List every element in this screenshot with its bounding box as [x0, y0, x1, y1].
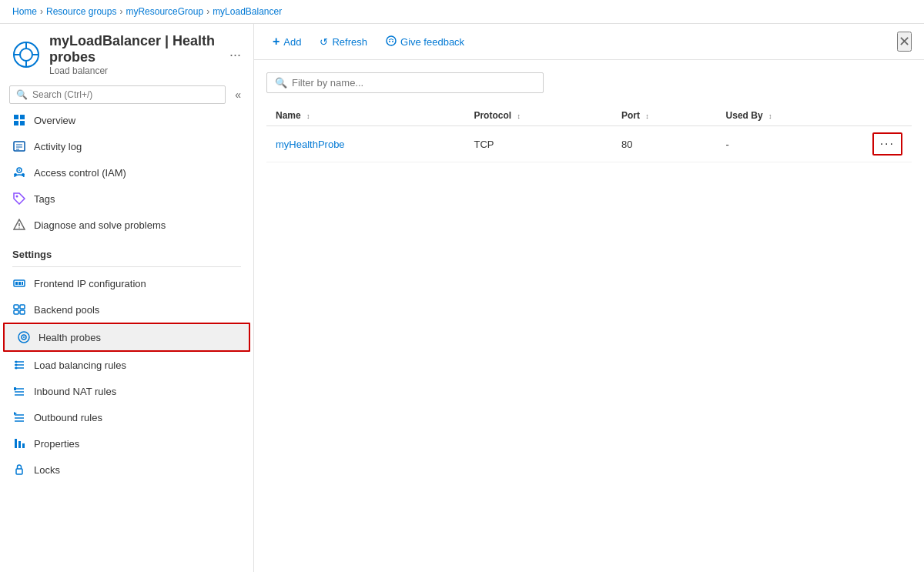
properties-icon: [12, 437, 26, 450]
svg-rect-47: [18, 441, 21, 448]
svg-point-35: [15, 361, 18, 363]
page-title: myLoadBalancer | Health probes: [49, 33, 220, 65]
sidebar-item-health-probes-container[interactable]: Health probes: [3, 323, 250, 352]
more-options-button[interactable]: ···: [229, 47, 241, 63]
frontend-ip-icon: [12, 276, 26, 290]
filter-input[interactable]: [292, 77, 535, 89]
sidebar-item-access-control-label: Access control (IAM): [34, 167, 126, 179]
sidebar-item-properties-label: Properties: [34, 438, 79, 450]
sidebar-item-lb-rules[interactable]: Load balancing rules: [0, 352, 253, 378]
col-name-label: Name: [276, 110, 301, 121]
svg-rect-48: [22, 443, 25, 448]
col-actions: [863, 105, 912, 126]
sidebar-item-overview-label: Overview: [34, 115, 75, 126]
sidebar-item-outbound-rules-label: Outbound rules: [34, 412, 102, 423]
add-icon: +: [273, 35, 280, 49]
col-protocol[interactable]: Protocol ↕: [464, 105, 612, 126]
sidebar-item-activity-log-label: Activity log: [34, 141, 82, 152]
svg-rect-24: [22, 282, 23, 285]
sidebar-item-outbound-rules[interactable]: Outbound rules: [0, 404, 253, 430]
content-body: 🔍 Name ↕ Protocol ↕: [254, 60, 924, 572]
collapse-button[interactable]: «: [229, 85, 247, 104]
content-toolbar: + Add ↺ Refresh Give feedback ✕: [254, 24, 924, 60]
sidebar-item-backend-pools-label: Backend pools: [34, 304, 99, 316]
svg-point-37: [15, 367, 18, 370]
search-input[interactable]: [32, 89, 219, 100]
lb-rules-icon: [12, 358, 26, 372]
svg-point-1: [20, 49, 32, 61]
refresh-button[interactable]: ↺ Refresh: [313, 33, 373, 51]
cell-protocol: TCP: [464, 126, 612, 162]
col-port-label: Port: [621, 110, 640, 121]
breadcrumb: Home › Resource groups › myResourceGroup…: [0, 0, 924, 23]
sidebar-item-frontend-ip[interactable]: Frontend IP configuration: [0, 270, 253, 296]
add-label: Add: [283, 36, 301, 48]
settings-divider: [12, 266, 241, 267]
backend-pools-icon: [12, 303, 26, 316]
page-subtitle: Load balancer: [49, 65, 220, 76]
breadcrumb-home[interactable]: Home: [12, 6, 37, 17]
add-button[interactable]: + Add: [266, 32, 307, 52]
col-used-by[interactable]: Used By ↕: [717, 105, 863, 126]
sidebar-item-backend-pools[interactable]: Backend pools: [0, 296, 253, 323]
svg-point-50: [387, 36, 396, 45]
sidebar-item-health-probes[interactable]: Health probes: [5, 324, 249, 350]
search-row: 🔍 «: [0, 82, 253, 107]
cell-used-by: -: [717, 126, 863, 162]
col-port-sort[interactable]: ↕: [645, 112, 649, 120]
svg-rect-8: [14, 121, 18, 125]
col-used-by-sort[interactable]: ↕: [768, 112, 772, 120]
sidebar-nav: Overview Activity log: [0, 107, 253, 572]
col-name-sort[interactable]: ↕: [306, 112, 310, 120]
col-protocol-sort[interactable]: ↕: [517, 112, 521, 120]
settings-section-label: Settings: [0, 238, 253, 263]
table-row: myHealthProbe TCP 80 - ···: [266, 126, 912, 162]
sidebar-item-locks[interactable]: Locks: [0, 457, 253, 483]
diagnose-icon: [12, 218, 26, 232]
breadcrumb-load-balancer[interactable]: myLoadBalancer: [213, 6, 282, 17]
activity-log-icon: [12, 139, 26, 153]
refresh-label: Refresh: [332, 36, 367, 48]
svg-point-52: [392, 41, 393, 42]
sidebar-item-diagnose-label: Diagnose and solve problems: [34, 219, 166, 231]
access-control-icon: [12, 166, 26, 179]
sidebar-header: myLoadBalancer | Health probes Load bala…: [0, 24, 253, 82]
sidebar-item-tags-label: Tags: [34, 193, 55, 205]
sidebar-item-diagnose[interactable]: Diagnose and solve problems: [0, 212, 253, 238]
sidebar-item-properties[interactable]: Properties: [0, 430, 253, 457]
sidebar: myLoadBalancer | Health probes Load bala…: [0, 24, 254, 572]
locks-icon: [12, 463, 26, 477]
sidebar-item-lb-rules-label: Load balancing rules: [34, 360, 126, 371]
breadcrumb-resource-groups[interactable]: Resource groups: [46, 6, 116, 17]
feedback-button[interactable]: Give feedback: [380, 32, 470, 52]
sidebar-item-tags[interactable]: Tags: [0, 186, 253, 212]
col-protocol-label: Protocol: [474, 110, 511, 121]
feedback-icon: [386, 35, 397, 49]
content-area: + Add ↺ Refresh Give feedback ✕: [254, 24, 924, 572]
breadcrumb-resource-group[interactable]: myResourceGroup: [126, 6, 203, 17]
load-balancer-icon: [12, 41, 40, 69]
filter-box[interactable]: 🔍: [266, 72, 544, 93]
svg-rect-28: [20, 310, 25, 314]
svg-point-31: [23, 336, 25, 338]
sidebar-item-inbound-nat[interactable]: Inbound NAT rules: [0, 378, 253, 404]
col-port[interactable]: Port ↕: [612, 105, 717, 126]
sidebar-item-overview[interactable]: Overview: [0, 107, 253, 133]
health-probe-link[interactable]: myHealthProbe: [276, 139, 345, 150]
svg-rect-46: [15, 439, 17, 448]
close-button[interactable]: ✕: [897, 32, 912, 52]
svg-rect-26: [20, 305, 25, 309]
svg-rect-25: [14, 305, 18, 309]
svg-rect-7: [20, 115, 25, 119]
svg-rect-41: [14, 387, 16, 390]
col-name[interactable]: Name ↕: [266, 105, 464, 126]
svg-point-51: [389, 41, 390, 42]
row-more-button[interactable]: ···: [872, 132, 902, 156]
sidebar-item-access-control[interactable]: Access control (IAM): [0, 159, 253, 186]
inbound-nat-icon: [12, 384, 26, 398]
sidebar-item-activity-log[interactable]: Activity log: [0, 133, 253, 159]
svg-point-18: [16, 196, 18, 198]
svg-point-17: [14, 173, 17, 176]
search-box[interactable]: 🔍: [9, 85, 226, 104]
cell-port: 80: [612, 126, 717, 162]
